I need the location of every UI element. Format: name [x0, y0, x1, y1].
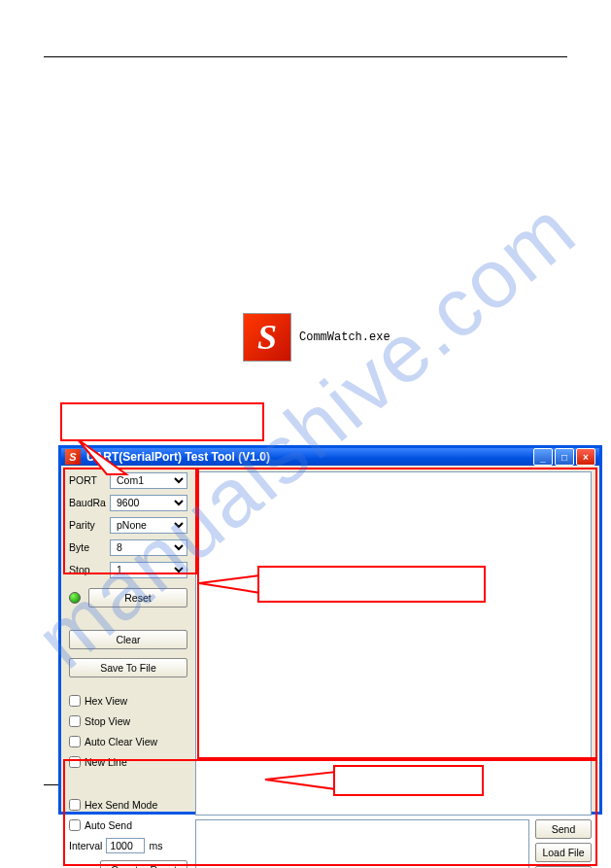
interval-unit: ms: [149, 840, 162, 851]
left-panel: PORT Com1 BaudRa 9600 Parity pNone Byte …: [61, 466, 195, 868]
baud-label: BaudRa: [69, 497, 110, 508]
auto-clear-checkbox[interactable]: [69, 736, 81, 747]
window-body: PORT Com1 BaudRa 9600 Parity pNone Byte …: [61, 466, 599, 868]
exe-file-block: S CommWatch.exe: [243, 313, 390, 362]
counter-reset-button[interactable]: Counter Reset: [100, 860, 187, 868]
window-controls: _ □ ×: [533, 448, 595, 466]
close-button[interactable]: ×: [576, 448, 595, 466]
page-rule-top: [44, 56, 567, 57]
interval-row: Interval ms: [69, 838, 187, 853]
titlebar[interactable]: S UART(SerialPort) Test Tool (V1.0) _ □ …: [61, 448, 599, 466]
interval-input[interactable]: [106, 838, 145, 853]
stop-view-checkbox[interactable]: [69, 715, 81, 727]
app-icon: S: [65, 449, 81, 465]
byte-label: Byte: [69, 541, 110, 553]
new-line-check[interactable]: New Line: [69, 754, 187, 770]
commwatch-exe-icon[interactable]: S: [243, 313, 291, 362]
new-line-checkbox[interactable]: [69, 756, 81, 768]
byte-row: Byte 8: [69, 538, 187, 556]
stop-label: Stop: [69, 564, 110, 575]
uart-tool-window: S UART(SerialPort) Test Tool (V1.0) _ □ …: [58, 445, 602, 815]
hex-view-check[interactable]: Hex View: [69, 693, 187, 709]
callout-box-3: [333, 765, 484, 796]
auto-clear-check[interactable]: Auto Clear View: [69, 734, 187, 749]
interval-label: Interval: [69, 840, 102, 851]
status-row: Reset: [69, 588, 187, 608]
stop-view-label: Stop View: [85, 715, 130, 727]
output-textarea[interactable]: [195, 471, 592, 816]
hex-view-label: Hex View: [85, 695, 127, 707]
hex-send-checkbox[interactable]: [69, 799, 81, 811]
reset-button[interactable]: Reset: [88, 588, 187, 608]
auto-clear-label: Auto Clear View: [85, 736, 157, 747]
auto-send-label: Auto Send: [85, 819, 132, 831]
save-to-file-button[interactable]: Save To File: [69, 658, 187, 677]
minimize-button[interactable]: _: [533, 448, 553, 466]
byte-select[interactable]: 8: [110, 539, 187, 556]
port-label: PORT: [69, 474, 110, 486]
callout-box-2: [257, 566, 486, 603]
clear-button[interactable]: Clear: [69, 630, 187, 649]
parity-row: Parity pNone: [69, 516, 187, 534]
baud-row: BaudRa 9600: [69, 494, 187, 511]
window-title: UART(SerialPort) Test Tool (V1.0): [86, 450, 527, 464]
maximize-button[interactable]: □: [555, 448, 574, 466]
stop-row: Stop 1: [69, 561, 187, 578]
parity-label: Parity: [69, 519, 110, 531]
input-row: Send Load File Clear: [195, 819, 592, 868]
callout-box-1: [60, 402, 264, 441]
stop-view-check[interactable]: Stop View: [69, 713, 187, 729]
parity-select[interactable]: pNone: [110, 517, 187, 534]
baud-select[interactable]: 9600: [110, 495, 187, 511]
exe-filename: CommWatch.exe: [299, 330, 390, 344]
load-file-button[interactable]: Load File: [535, 843, 592, 862]
auto-send-check[interactable]: Auto Send: [69, 817, 187, 833]
send-button[interactable]: Send: [535, 819, 592, 839]
hex-send-label: Hex Send Mode: [85, 799, 157, 811]
hex-view-checkbox[interactable]: [69, 695, 81, 707]
port-select[interactable]: Com1: [110, 472, 187, 489]
status-led-icon: [69, 592, 81, 604]
port-row: PORT Com1: [69, 471, 187, 489]
new-line-label: New Line: [85, 756, 127, 768]
auto-send-checkbox[interactable]: [69, 819, 81, 831]
side-buttons: Send Load File Clear: [535, 819, 592, 868]
hex-send-check[interactable]: Hex Send Mode: [69, 797, 187, 813]
stop-select[interactable]: 1: [110, 562, 187, 578]
main-panel: Send Load File Clear: [195, 466, 599, 868]
input-textarea[interactable]: [195, 819, 529, 868]
